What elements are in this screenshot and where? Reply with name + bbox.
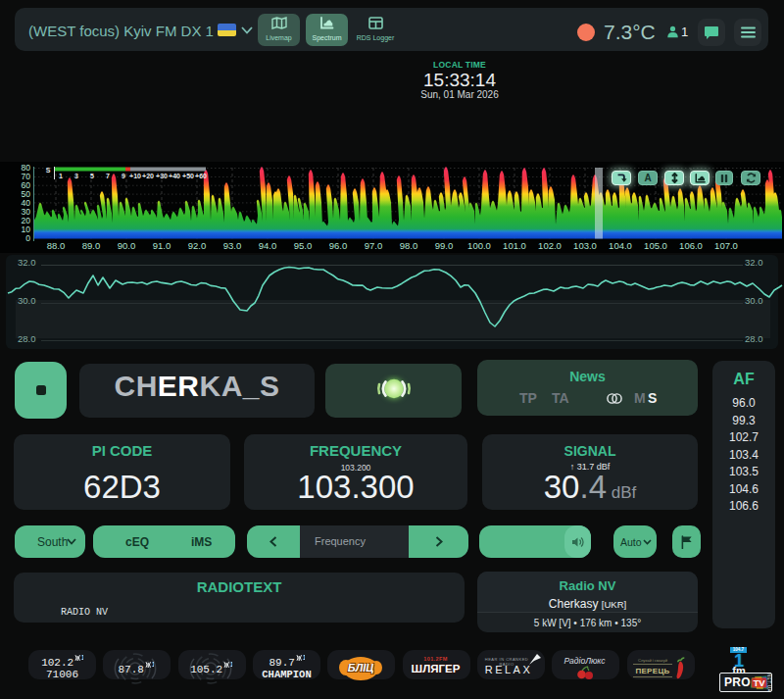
- svg-text:1: 1: [303, 654, 305, 661]
- svg-text:101.0: 101.0: [503, 240, 526, 251]
- svg-text:94.0: 94.0: [259, 240, 277, 251]
- svg-text:3: 3: [74, 173, 78, 179]
- svg-text:30.0: 30.0: [745, 295, 763, 306]
- svg-text:+10: +10: [129, 173, 141, 179]
- svg-text:28.0: 28.0: [745, 333, 763, 344]
- svg-text:90.0: 90.0: [118, 240, 136, 251]
- svg-text:89.0: 89.0: [82, 240, 101, 251]
- svg-text:96.0: 96.0: [329, 240, 348, 251]
- svg-text:+40: +40: [169, 173, 180, 179]
- svg-text:1: 1: [152, 661, 154, 668]
- svg-text:100.0: 100.0: [467, 240, 491, 251]
- svg-text:104.0: 104.0: [609, 240, 632, 251]
- svg-text:+30: +30: [156, 173, 168, 179]
- svg-text:105.0: 105.0: [644, 240, 667, 251]
- svg-text:103.0: 103.0: [573, 240, 597, 251]
- svg-text:5: 5: [90, 173, 94, 179]
- svg-text:0: 0: [25, 233, 30, 243]
- svg-text:106.0: 106.0: [679, 240, 703, 251]
- svg-text:93.0: 93.0: [223, 240, 242, 251]
- svg-text:92.0: 92.0: [188, 240, 207, 251]
- svg-text:1: 1: [230, 661, 232, 668]
- svg-text:98.0: 98.0: [400, 240, 418, 251]
- svg-text:99.0: 99.0: [435, 240, 454, 251]
- svg-text:95.0: 95.0: [294, 240, 313, 251]
- svg-text:S: S: [46, 167, 51, 174]
- svg-text:28.0: 28.0: [18, 333, 36, 344]
- svg-text:1: 1: [59, 173, 63, 179]
- svg-text:88.0: 88.0: [47, 240, 66, 251]
- svg-text:+60: +60: [195, 173, 207, 179]
- svg-text:1: 1: [81, 654, 83, 661]
- svg-text:32.0: 32.0: [18, 257, 36, 268]
- svg-text:9: 9: [122, 173, 125, 179]
- svg-text:TV: TV: [753, 677, 765, 688]
- svg-text:107.0: 107.0: [714, 240, 738, 251]
- svg-text:97.0: 97.0: [365, 240, 383, 251]
- svg-text:102.0: 102.0: [538, 240, 562, 251]
- svg-text:7: 7: [106, 173, 110, 179]
- svg-text:91.0: 91.0: [153, 240, 172, 251]
- svg-text:32.0: 32.0: [745, 257, 763, 268]
- svg-text:+20: +20: [142, 173, 154, 179]
- svg-text:30.0: 30.0: [18, 295, 36, 306]
- svg-text:+50: +50: [182, 173, 194, 179]
